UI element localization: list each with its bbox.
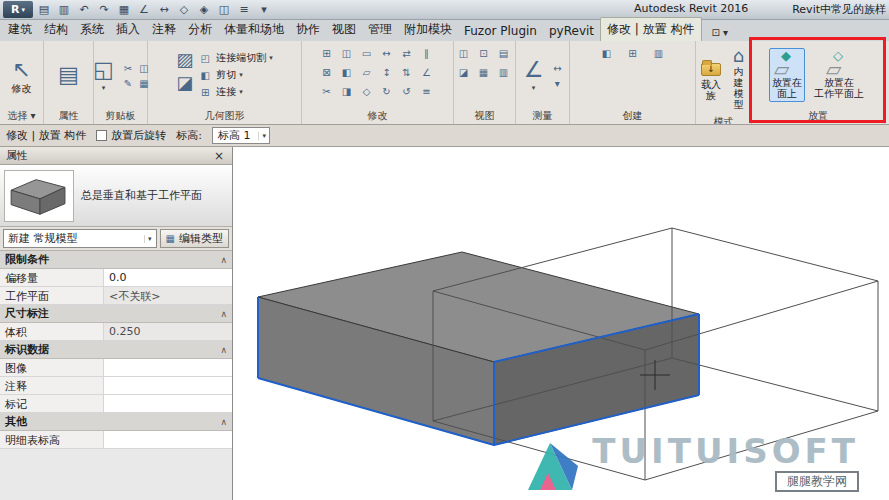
tab-addins[interactable]: 附加模块 <box>398 18 458 41</box>
tab-systems[interactable]: 系统 <box>74 18 110 41</box>
model-in-place-button[interactable]: ⌂ 内建 模型 <box>728 43 749 113</box>
tab-massing-site[interactable]: 体量和场地 <box>218 18 290 41</box>
override-icon[interactable]: ▤ <box>496 46 512 61</box>
ribbon-toggle-icon[interactable]: ⊡ ▾ <box>708 24 733 41</box>
undo-icon[interactable]: ↶ <box>75 2 93 18</box>
app-menu-button[interactable]: R ▾ <box>3 1 33 18</box>
load-family-button[interactable]: ↓ 载入 族 <box>698 52 724 104</box>
properties-button[interactable]: ▤ <box>55 59 82 91</box>
collapse-icon[interactable]: ∧ <box>220 345 227 355</box>
join-end-cut-icon: ◰ <box>197 51 213 66</box>
drawing-area[interactable]: TUITUISOFT 腿腿教学网 <box>233 147 889 500</box>
fillet-icon[interactable]: ◇ <box>359 84 375 99</box>
place-on-face-button[interactable]: ◆ ▱ 放置在 面上 <box>769 48 805 102</box>
tab-manage[interactable]: 管理 <box>362 18 398 41</box>
measure-icon[interactable]: ∠ <box>135 2 153 18</box>
properties-palette-header[interactable]: 属性 × <box>0 147 232 165</box>
image-value-field[interactable] <box>104 359 232 376</box>
aligned-dim-icon[interactable]: ↔ <box>549 61 565 76</box>
join-geometry-button[interactable]: ⊞ 连接 ▾ <box>197 84 273 100</box>
measure-more-icon[interactable]: ▾ <box>549 76 565 91</box>
move-icon[interactable]: ↔ <box>379 46 395 61</box>
section-icon[interactable]: ◫ <box>215 2 233 18</box>
pin-icon[interactable]: ⇅ <box>399 65 415 80</box>
linework-icon[interactable]: ▥ <box>496 65 512 80</box>
rotate-after-placement-checkbox[interactable]: 放置后旋转 <box>96 128 166 143</box>
checkbox-icon[interactable] <box>96 130 107 141</box>
offset-value-field[interactable]: 0.0 <box>104 269 232 286</box>
tab-view[interactable]: 视图 <box>326 18 362 41</box>
copy-tool-icon[interactable]: ⇄ <box>399 46 415 61</box>
edit-type-button[interactable]: ▦ 编辑类型 <box>160 229 229 248</box>
panel-label-clipboard: 剪贴板 <box>94 109 147 124</box>
lines-icon[interactable]: ≡ <box>419 84 435 99</box>
hide-icon[interactable]: ⊡ <box>476 46 492 61</box>
visibility-icon[interactable]: ◫ <box>456 46 472 61</box>
extend-icon[interactable]: ◨ <box>339 84 355 99</box>
section-dimensions[interactable]: 尺寸标注 ∧ <box>0 305 232 323</box>
tab-analyze[interactable]: 分析 <box>182 18 218 41</box>
print-icon[interactable]: ▦ <box>115 2 133 18</box>
save-icon[interactable]: ▥ <box>55 2 73 18</box>
panel-label-select[interactable]: 选择 ▾ <box>0 109 43 124</box>
tab-collaborate[interactable]: 协作 <box>290 18 326 41</box>
redo-icon[interactable]: ↷ <box>95 2 113 18</box>
scale-icon[interactable]: ↕ <box>379 65 395 80</box>
create-assembly-icon[interactable]: ▥ <box>651 46 667 61</box>
cut-icon[interactable]: ✂ <box>120 61 136 76</box>
reveal-icon[interactable]: ▦ <box>476 65 492 80</box>
tab-annotate[interactable]: 注释 <box>146 18 182 41</box>
tab-insert[interactable]: 插入 <box>110 18 146 41</box>
section-constraints[interactable]: 限制条件 ∧ <box>0 251 232 269</box>
rotate-icon[interactable]: ∥ <box>419 46 435 61</box>
tab-pyrevit[interactable]: pyRevit <box>543 21 600 41</box>
panel-properties: ▤ 属性 <box>44 41 94 124</box>
match-type-icon[interactable]: ✎ <box>120 76 136 91</box>
collapse-icon[interactable]: ∧ <box>220 255 227 265</box>
align-icon[interactable]: ⊞ <box>319 46 335 61</box>
collapse-icon[interactable]: ∧ <box>220 417 227 427</box>
create-group-icon[interactable]: ⊞ <box>625 46 641 61</box>
collapse-icon[interactable]: ∧ <box>220 309 227 319</box>
edit-type-icon: ▦ <box>166 233 175 244</box>
split-icon[interactable]: ◧ <box>339 65 355 80</box>
dimension-icon[interactable]: ↔ <box>155 2 173 18</box>
place-on-work-plane-button[interactable]: ◇ ▱ 放置在 工作平面上 <box>811 48 867 102</box>
array-icon[interactable]: ▱ <box>359 65 375 80</box>
trim-icon[interactable]: ⊠ <box>319 65 335 80</box>
tab-structure[interactable]: 结构 <box>38 18 74 41</box>
isolate-icon[interactable]: ◪ <box>456 65 472 80</box>
delete-icon[interactable]: ✂ <box>319 84 335 99</box>
offset-icon[interactable]: ◫ <box>339 46 355 61</box>
panel-label-properties: 属性 <box>44 109 93 124</box>
comments-value-field[interactable] <box>104 377 232 394</box>
section-other[interactable]: 其他 ∧ <box>0 413 232 431</box>
schedule-level-value-field[interactable] <box>104 431 232 448</box>
measure-button[interactable]: ∠ ▾ <box>521 54 547 97</box>
open-icon[interactable]: ▤ <box>35 2 53 18</box>
type-selector[interactable]: 新建 常规模型 ▾ <box>3 229 157 248</box>
mark-value-field[interactable] <box>104 395 232 412</box>
rotate-ccw-icon[interactable]: ↺ <box>399 84 415 99</box>
thin-lines-icon[interactable]: ≡ <box>235 2 253 18</box>
join-end-cut-button[interactable]: ◰ 连接端切割 ▾ <box>197 50 273 66</box>
section-identity-data[interactable]: 标识数据 ∧ <box>0 341 232 359</box>
tab-fuzor-plugin[interactable]: Fuzor Plugin <box>458 21 543 41</box>
tab-modify-place-component[interactable]: 修改 | 放置 构件 <box>600 17 702 41</box>
close-icon[interactable]: × <box>212 150 226 162</box>
qat-customize-icon[interactable]: ▾ <box>255 2 273 18</box>
modify-button[interactable]: ↖ 修改 <box>9 54 35 97</box>
paint-icon[interactable]: ◪ <box>176 73 193 93</box>
mirror-icon[interactable]: ▭ <box>359 46 375 61</box>
create-similar-icon[interactable]: ◧ <box>599 46 615 61</box>
3d-view-icon[interactable]: ◈ <box>195 2 213 18</box>
paste-button[interactable]: ◱ ▾ <box>90 54 117 97</box>
rotate-cw-icon[interactable]: ↻ <box>379 84 395 99</box>
cut-geometry-button[interactable]: ◧ 剪切 ▾ <box>197 67 273 83</box>
cope-icon[interactable]: ▨ <box>176 50 193 70</box>
level-combobox[interactable]: 标高 1 ▾ <box>212 127 270 144</box>
unpin-icon[interactable]: ∠ <box>419 65 435 80</box>
tab-architecture[interactable]: 建筑 <box>2 18 38 41</box>
property-row-work-plane: 工作平面 <不关联> <box>0 287 232 305</box>
tag-icon[interactable]: ◇ <box>175 2 193 18</box>
